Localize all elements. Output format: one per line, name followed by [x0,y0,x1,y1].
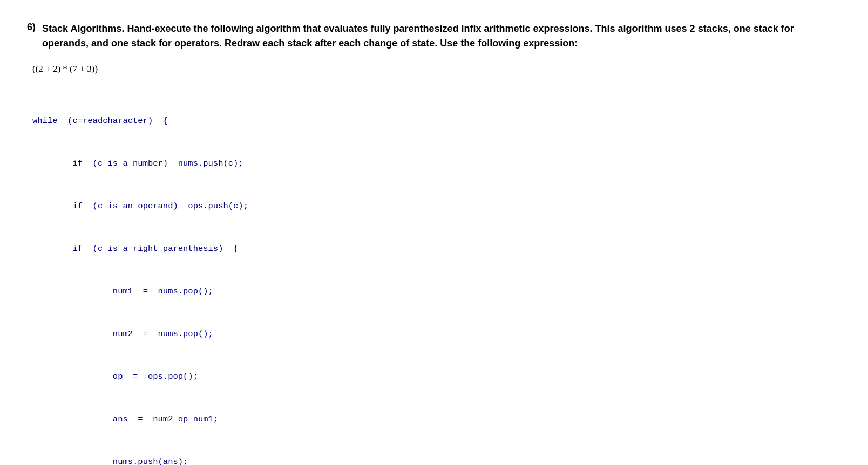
code-line-3: if (c is an operand) ops.push(c); [32,199,841,213]
code-block: while (c=readcharacter) { if (c is a num… [32,85,841,465]
expression: ((2 + 2) * (7 + 3)) [32,64,841,74]
question-number: 6) [27,22,36,33]
code-line-9: nums.push(ans); [32,455,841,465]
expression-text: ((2 + 2) * (7 + 3)) [32,64,98,74]
code-line-4: if (c is a right parenthesis) { [32,242,841,256]
code-line-8: ans = num2 op num1; [32,412,841,426]
code-line-7: op = ops.pop(); [32,370,841,384]
question-text: Stack Algorithms. Hand-execute the follo… [42,22,841,51]
code-line-2: if (c is a number) nums.push(c); [32,156,841,170]
question-container: 6) Stack Algorithms. Hand-execute the fo… [27,22,841,465]
question-header: 6) Stack Algorithms. Hand-execute the fo… [27,22,841,51]
code-line-5: num1 = nums.pop(); [32,284,841,298]
code-line-1: while (c=readcharacter) { [32,114,841,128]
code-line-6: num2 = nums.pop(); [32,327,841,341]
